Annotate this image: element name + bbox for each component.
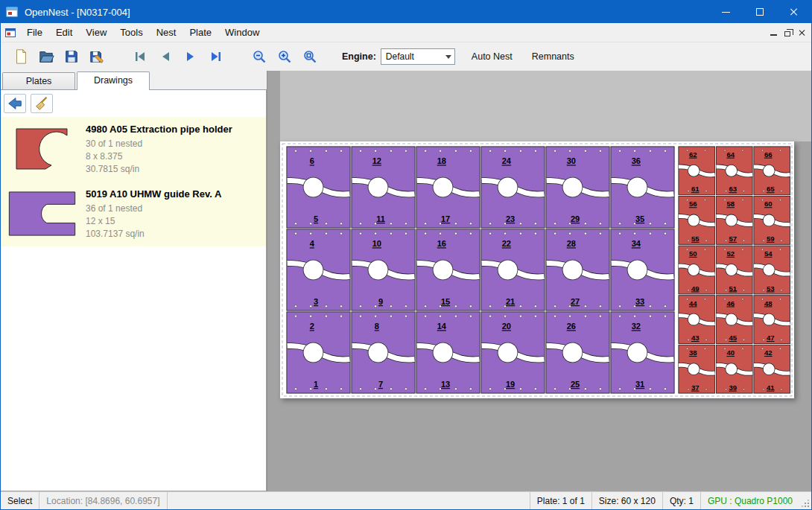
nested-part-cell[interactable]: 4241	[754, 345, 790, 393]
nested-part-cell[interactable]: 2019	[481, 312, 545, 393]
main-content: Plates Drawings	[1, 71, 811, 491]
nested-part-cell[interactable]: 65	[287, 147, 350, 228]
svg-text:46: 46	[726, 299, 735, 307]
drawing-item-1[interactable]: 4980 A05 Extraction pipe holder 30 of 1 …	[1, 117, 266, 182]
mdi-restore-button[interactable]	[784, 29, 790, 36]
clear-drawings-button[interactable]	[31, 94, 53, 113]
auto-nest-button[interactable]: Auto Nest	[469, 48, 516, 65]
side-panel: Plates Drawings	[1, 71, 267, 491]
nested-part-cell[interactable]: 2221	[481, 229, 545, 310]
svg-text:8: 8	[375, 322, 379, 331]
svg-text:21: 21	[506, 297, 515, 306]
zoom-in-button[interactable]	[272, 45, 297, 68]
tool-bar: Engine: Default Auto Nest Remnants	[1, 42, 811, 71]
nested-part-cell[interactable]: 6261	[679, 147, 715, 195]
tab-drawings[interactable]: Drawings	[77, 71, 150, 90]
nested-part-cell[interactable]: 4443	[679, 296, 715, 344]
nested-part-cell[interactable]: 3635	[611, 147, 674, 228]
nested-part-cell[interactable]: 43	[287, 229, 350, 310]
new-button[interactable]	[8, 45, 34, 68]
mdi-close-button[interactable]	[798, 29, 805, 36]
last-plate-button[interactable]	[203, 45, 229, 68]
drawing-thumbnail-red	[5, 122, 80, 176]
maximize-button[interactable]	[743, 1, 777, 23]
save-button[interactable]	[59, 45, 84, 68]
nested-part-cell[interactable]: 2827	[546, 229, 609, 310]
nested-part-cell[interactable]: 1413	[416, 312, 480, 393]
window-title: OpenNest - [N0317-004]	[25, 7, 708, 18]
nested-part-cell[interactable]: 1211	[352, 147, 415, 228]
nested-part-cell[interactable]: 5857	[716, 197, 752, 245]
first-plate-button[interactable]	[127, 45, 153, 68]
nested-part-cell[interactable]: 3231	[611, 312, 674, 393]
nested-part-cell[interactable]: 6665	[754, 147, 790, 195]
svg-text:52: 52	[726, 249, 735, 258]
nested-part-cell[interactable]: 2625	[546, 312, 609, 393]
nested-part-cell[interactable]: 87	[352, 312, 415, 393]
drawing-area: 30.7815 sq/in	[86, 163, 232, 176]
close-button[interactable]	[777, 1, 811, 23]
workspace-band	[280, 71, 811, 141]
nesting-plate[interactable]: 6512111817242330293635431091615222128273…	[280, 141, 794, 398]
mdi-minimize-button[interactable]	[770, 29, 777, 36]
svg-text:42: 42	[764, 348, 773, 357]
nested-part-cell[interactable]: 3029	[546, 147, 609, 228]
resize-grip[interactable]	[799, 492, 811, 509]
nested-part-cell[interactable]: 5251	[716, 246, 752, 294]
next-plate-button[interactable]	[178, 45, 203, 68]
menu-view[interactable]: View	[79, 24, 113, 41]
nested-parts-drawing[interactable]: 6512111817242330293635431091615222128273…	[280, 141, 794, 398]
nested-part-cell[interactable]: 1615	[416, 229, 480, 310]
svg-text:17: 17	[441, 214, 450, 223]
svg-text:22: 22	[502, 239, 511, 248]
previous-plate-button[interactable]	[153, 45, 178, 68]
menu-file[interactable]: File	[20, 24, 49, 41]
nested-part-cell[interactable]: 3433	[611, 229, 674, 310]
engine-label: Engine:	[342, 51, 376, 62]
nested-part-cell[interactable]: 4645	[716, 296, 752, 344]
drawing-list: 4980 A05 Extraction pipe holder 30 of 1 …	[1, 117, 266, 246]
svg-text:20: 20	[502, 322, 511, 331]
engine-select[interactable]: Default	[381, 48, 455, 65]
nested-part-cell[interactable]: 4039	[716, 345, 752, 393]
engine-dropdown-arrow[interactable]	[443, 55, 454, 59]
nested-part-cell[interactable]: 4847	[754, 296, 790, 344]
next-arrow-icon	[184, 50, 197, 63]
svg-text:37: 37	[691, 383, 700, 392]
save-as-button[interactable]	[84, 45, 110, 68]
nested-part-cell[interactable]: 21	[287, 312, 350, 393]
nested-part-cell[interactable]: 6059	[754, 197, 790, 245]
nested-part-cell[interactable]: 6463	[716, 147, 752, 195]
svg-text:19: 19	[506, 380, 515, 389]
remnants-button[interactable]: Remnants	[529, 48, 577, 65]
drawing-item-2[interactable]: 5019 A10 UHMW guide Rev. A 36 of 1 neste…	[1, 182, 266, 246]
tab-plates[interactable]: Plates	[2, 72, 75, 89]
zoom-fit-button[interactable]	[297, 45, 323, 68]
document-icon[interactable]	[1, 28, 20, 38]
nesting-canvas[interactable]: 6512111817242330293635431091615222128273…	[267, 71, 811, 491]
purple-part-shape-icon	[6, 189, 79, 238]
menu-nest[interactable]: Nest	[150, 24, 183, 41]
menu-plate[interactable]: Plate	[183, 24, 218, 41]
svg-text:30: 30	[567, 156, 576, 165]
mdi-window-controls	[770, 29, 811, 36]
drawings-panel: 4980 A05 Extraction pipe holder 30 of 1 …	[1, 89, 267, 491]
svg-text:10: 10	[372, 239, 381, 248]
import-drawing-button[interactable]	[4, 94, 26, 113]
mdi-close-icon	[798, 29, 805, 36]
nested-part-cell[interactable]: 2423	[481, 147, 545, 228]
nested-part-cell[interactable]: 1817	[416, 147, 480, 228]
minimize-button[interactable]	[708, 1, 743, 23]
open-button[interactable]	[34, 45, 59, 68]
nested-part-cell[interactable]: 109	[352, 229, 415, 310]
nested-part-cell[interactable]: 3837	[679, 345, 715, 393]
red-part-shape-icon	[13, 126, 72, 172]
menu-edit[interactable]: Edit	[49, 24, 79, 41]
menu-window[interactable]: Window	[218, 24, 266, 41]
nested-part-cell[interactable]: 5453	[754, 246, 790, 294]
zoom-out-button[interactable]	[247, 45, 272, 68]
menu-tools[interactable]: Tools	[113, 24, 149, 41]
svg-text:13: 13	[441, 380, 450, 389]
nested-part-cell[interactable]: 5655	[679, 197, 715, 245]
nested-part-cell[interactable]: 5049	[679, 246, 715, 294]
